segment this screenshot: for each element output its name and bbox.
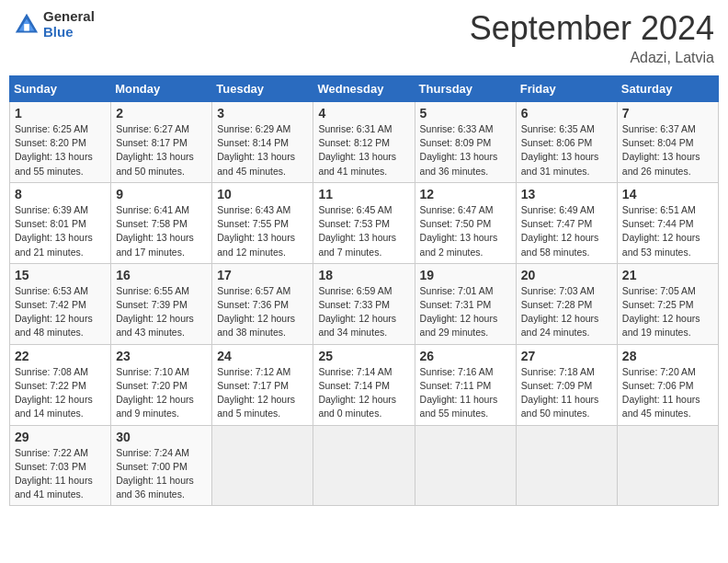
day-cell: 11Sunrise: 6:45 AM Sunset: 7:53 PM Dayli… <box>313 182 415 263</box>
title-block: September 2024 Adazi, Latvia <box>470 9 714 66</box>
day-cell: 30Sunrise: 7:24 AM Sunset: 7:00 PM Dayli… <box>111 425 212 506</box>
day-number: 12 <box>420 187 511 201</box>
day-cell: 10Sunrise: 6:43 AM Sunset: 7:55 PM Dayli… <box>212 182 313 263</box>
day-cell <box>415 425 516 506</box>
day-info: Sunrise: 7:20 AM Sunset: 7:06 PM Dayligh… <box>622 365 713 421</box>
day-info: Sunrise: 7:14 AM Sunset: 7:14 PM Dayligh… <box>318 365 409 421</box>
day-info: Sunrise: 6:57 AM Sunset: 7:36 PM Dayligh… <box>217 284 308 340</box>
day-cell: 6Sunrise: 6:35 AM Sunset: 8:06 PM Daylig… <box>516 102 617 183</box>
day-info: Sunrise: 7:22 AM Sunset: 7:03 PM Dayligh… <box>15 446 106 502</box>
location: Adazi, Latvia <box>470 50 714 66</box>
day-info: Sunrise: 7:03 AM Sunset: 7:28 PM Dayligh… <box>521 284 612 340</box>
day-info: Sunrise: 6:37 AM Sunset: 8:04 PM Dayligh… <box>622 122 713 178</box>
day-cell: 24Sunrise: 7:12 AM Sunset: 7:17 PM Dayli… <box>212 344 313 425</box>
column-header-friday: Friday <box>516 76 617 102</box>
day-cell <box>212 425 313 506</box>
day-info: Sunrise: 7:12 AM Sunset: 7:17 PM Dayligh… <box>217 365 308 421</box>
day-number: 23 <box>116 349 207 363</box>
day-number: 16 <box>116 268 207 282</box>
day-info: Sunrise: 6:59 AM Sunset: 7:33 PM Dayligh… <box>318 284 409 340</box>
day-info: Sunrise: 6:29 AM Sunset: 8:14 PM Dayligh… <box>217 122 308 178</box>
day-cell: 1Sunrise: 6:25 AM Sunset: 8:20 PM Daylig… <box>10 102 111 183</box>
day-cell: 26Sunrise: 7:16 AM Sunset: 7:11 PM Dayli… <box>415 344 516 425</box>
logo-text: General Blue <box>43 9 95 40</box>
day-number: 25 <box>318 349 409 363</box>
month-title: September 2024 <box>470 9 714 48</box>
day-info: Sunrise: 6:27 AM Sunset: 8:17 PM Dayligh… <box>116 122 207 178</box>
day-number: 13 <box>521 187 612 201</box>
day-info: Sunrise: 6:55 AM Sunset: 7:39 PM Dayligh… <box>116 284 207 340</box>
day-number: 18 <box>318 268 409 282</box>
day-number: 20 <box>521 268 612 282</box>
day-cell: 9Sunrise: 6:41 AM Sunset: 7:58 PM Daylig… <box>111 182 212 263</box>
day-info: Sunrise: 6:45 AM Sunset: 7:53 PM Dayligh… <box>318 203 409 259</box>
day-cell: 8Sunrise: 6:39 AM Sunset: 8:01 PM Daylig… <box>10 182 111 263</box>
day-info: Sunrise: 6:43 AM Sunset: 7:55 PM Dayligh… <box>217 203 308 259</box>
logo-icon <box>14 12 40 38</box>
day-cell: 27Sunrise: 7:18 AM Sunset: 7:09 PM Dayli… <box>516 344 617 425</box>
day-info: Sunrise: 6:39 AM Sunset: 8:01 PM Dayligh… <box>15 203 106 259</box>
day-info: Sunrise: 7:01 AM Sunset: 7:31 PM Dayligh… <box>420 284 511 340</box>
day-cell: 16Sunrise: 6:55 AM Sunset: 7:39 PM Dayli… <box>111 263 212 344</box>
day-info: Sunrise: 6:31 AM Sunset: 8:12 PM Dayligh… <box>318 122 409 178</box>
day-number: 8 <box>15 187 106 201</box>
day-number: 3 <box>217 106 308 121</box>
day-number: 9 <box>116 187 207 201</box>
day-info: Sunrise: 7:16 AM Sunset: 7:11 PM Dayligh… <box>420 365 511 421</box>
day-number: 15 <box>15 268 106 282</box>
day-cell: 17Sunrise: 6:57 AM Sunset: 7:36 PM Dayli… <box>212 263 313 344</box>
column-header-wednesday: Wednesday <box>313 76 415 102</box>
day-number: 1 <box>15 106 106 121</box>
day-cell: 5Sunrise: 6:33 AM Sunset: 8:09 PM Daylig… <box>415 102 516 183</box>
day-cell <box>516 425 617 506</box>
day-cell: 25Sunrise: 7:14 AM Sunset: 7:14 PM Dayli… <box>313 344 415 425</box>
day-info: Sunrise: 6:35 AM Sunset: 8:06 PM Dayligh… <box>521 122 612 178</box>
day-info: Sunrise: 6:51 AM Sunset: 7:44 PM Dayligh… <box>622 203 713 259</box>
column-header-sunday: Sunday <box>10 76 111 102</box>
day-cell: 23Sunrise: 7:10 AM Sunset: 7:20 PM Dayli… <box>111 344 212 425</box>
day-info: Sunrise: 7:08 AM Sunset: 7:22 PM Dayligh… <box>15 365 106 421</box>
day-cell: 4Sunrise: 6:31 AM Sunset: 8:12 PM Daylig… <box>313 102 415 183</box>
day-info: Sunrise: 6:53 AM Sunset: 7:42 PM Dayligh… <box>15 284 106 340</box>
day-info: Sunrise: 7:24 AM Sunset: 7:00 PM Dayligh… <box>116 446 207 502</box>
day-cell <box>617 425 718 506</box>
day-number: 24 <box>217 349 308 363</box>
day-cell <box>313 425 415 506</box>
week-row-1: 1Sunrise: 6:25 AM Sunset: 8:20 PM Daylig… <box>10 102 719 183</box>
day-number: 4 <box>318 106 409 121</box>
day-cell: 20Sunrise: 7:03 AM Sunset: 7:28 PM Dayli… <box>516 263 617 344</box>
day-cell: 13Sunrise: 6:49 AM Sunset: 7:47 PM Dayli… <box>516 182 617 263</box>
day-cell: 15Sunrise: 6:53 AM Sunset: 7:42 PM Dayli… <box>10 263 111 344</box>
day-info: Sunrise: 6:47 AM Sunset: 7:50 PM Dayligh… <box>420 203 511 259</box>
day-number: 29 <box>15 430 106 444</box>
day-number: 10 <box>217 187 308 201</box>
day-cell: 21Sunrise: 7:05 AM Sunset: 7:25 PM Dayli… <box>617 263 718 344</box>
day-number: 26 <box>420 349 511 363</box>
column-header-saturday: Saturday <box>617 76 718 102</box>
day-cell: 28Sunrise: 7:20 AM Sunset: 7:06 PM Dayli… <box>617 344 718 425</box>
logo-blue: Blue <box>43 25 95 40</box>
day-info: Sunrise: 7:10 AM Sunset: 7:20 PM Dayligh… <box>116 365 207 421</box>
logo: General Blue <box>14 9 95 40</box>
week-row-2: 8Sunrise: 6:39 AM Sunset: 8:01 PM Daylig… <box>10 182 719 263</box>
week-row-3: 15Sunrise: 6:53 AM Sunset: 7:42 PM Dayli… <box>10 263 719 344</box>
column-header-thursday: Thursday <box>415 76 516 102</box>
calendar-body: 1Sunrise: 6:25 AM Sunset: 8:20 PM Daylig… <box>10 102 719 506</box>
day-info: Sunrise: 6:25 AM Sunset: 8:20 PM Dayligh… <box>15 122 106 178</box>
column-header-tuesday: Tuesday <box>212 76 313 102</box>
day-number: 28 <box>622 349 713 363</box>
day-info: Sunrise: 6:41 AM Sunset: 7:58 PM Dayligh… <box>116 203 207 259</box>
day-info: Sunrise: 7:05 AM Sunset: 7:25 PM Dayligh… <box>622 284 713 340</box>
week-row-4: 22Sunrise: 7:08 AM Sunset: 7:22 PM Dayli… <box>10 344 719 425</box>
day-number: 22 <box>15 349 106 363</box>
day-cell: 2Sunrise: 6:27 AM Sunset: 8:17 PM Daylig… <box>111 102 212 183</box>
day-number: 7 <box>622 106 713 121</box>
day-number: 17 <box>217 268 308 282</box>
day-number: 30 <box>116 430 207 444</box>
day-info: Sunrise: 7:18 AM Sunset: 7:09 PM Dayligh… <box>521 365 612 421</box>
day-number: 14 <box>622 187 713 201</box>
day-cell: 19Sunrise: 7:01 AM Sunset: 7:31 PM Dayli… <box>415 263 516 344</box>
svg-rect-2 <box>24 24 29 30</box>
calendar-table: SundayMondayTuesdayWednesdayThursdayFrid… <box>9 75 719 506</box>
day-cell: 14Sunrise: 6:51 AM Sunset: 7:44 PM Dayli… <box>617 182 718 263</box>
